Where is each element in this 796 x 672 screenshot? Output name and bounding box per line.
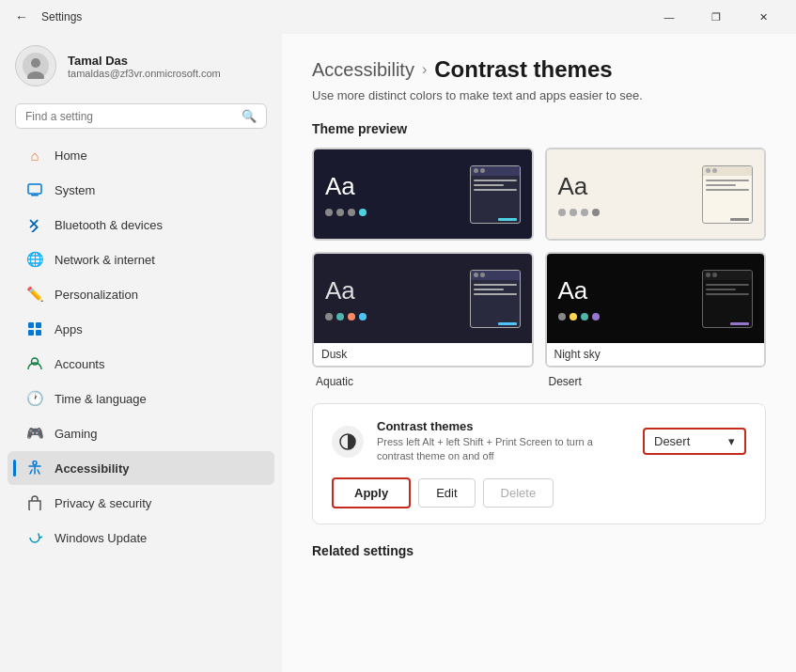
accounts-icon [26, 355, 43, 372]
dot [359, 313, 367, 320]
mock-bottom-dusk [471, 321, 520, 327]
svg-point-1 [31, 58, 40, 68]
sidebar-item-update[interactable]: Windows Update [8, 521, 274, 555]
theme-text-nightsky: Aa [558, 276, 600, 320]
page-header: Accessibility › Contrast themes [312, 56, 766, 83]
theme-card-dusk[interactable]: Aa [312, 252, 534, 367]
sidebar-label-home: Home [55, 148, 87, 163]
sidebar-label-accessibility: Accessibility [55, 461, 130, 476]
sidebar-item-system[interactable]: System [8, 173, 274, 207]
mock-line [706, 180, 749, 181]
edit-button[interactable]: Edit [418, 478, 475, 508]
user-email: tamaldas@zf3vr.onmicrosoft.com [68, 68, 221, 79]
contrast-icon [332, 426, 364, 458]
setting-row: Contrast themes Press left Alt + left Sh… [332, 419, 746, 464]
gaming-icon: 🎮 [26, 425, 43, 442]
sidebar-item-apps[interactable]: Apps [8, 312, 274, 346]
mock-line [706, 284, 749, 286]
user-name: Tamal Das [68, 54, 221, 68]
theme-label-desert: Desert [545, 375, 767, 388]
theme-preview-nightsky: Aa [547, 254, 765, 343]
setting-description: Press left Alt + left Shift + Print Scre… [377, 435, 630, 464]
theme-text-aquatic: Aa [325, 172, 367, 216]
dot [581, 313, 588, 320]
search-box[interactable]: 🔍 [15, 103, 267, 129]
time-icon: 🕐 [26, 390, 43, 407]
dot [348, 313, 355, 320]
sidebar-label-privacy: Privacy & security [55, 496, 151, 510]
theme-dots-dusk [325, 313, 367, 320]
svg-point-10 [33, 461, 37, 465]
sidebar-item-time[interactable]: 🕐 Time & language [8, 382, 274, 415]
theme-card-desert[interactable]: Aa [545, 148, 767, 241]
active-indicator [13, 460, 16, 477]
mock-btn [480, 273, 485, 277]
theme-aa-nightsky: Aa [558, 276, 600, 305]
theme-card-nightsky[interactable]: Aa [545, 252, 767, 367]
mock-line [706, 289, 736, 290]
sidebar-label-personalization: Personalization [55, 288, 138, 302]
page-title: Contrast themes [434, 56, 612, 83]
back-button[interactable]: ← [11, 8, 32, 26]
bluetooth-icon [26, 216, 43, 233]
theme-label-aquatic: Aquatic [312, 375, 534, 388]
sidebar-nav: ⌂ Home System Bluetooth & dev [0, 138, 282, 555]
theme-preview-desert: Aa [547, 149, 765, 239]
sidebar-item-accounts[interactable]: Accounts [8, 347, 274, 381]
personalization-icon: ✏️ [26, 286, 43, 303]
sidebar-label-apps: Apps [55, 322, 83, 336]
svg-rect-7 [28, 330, 34, 336]
sidebar-item-gaming[interactable]: 🎮 Gaming [8, 416, 274, 450]
dot [570, 209, 577, 216]
theme-labels-row: Aquatic Desert [312, 375, 766, 388]
mock-line [706, 189, 749, 191]
setting-text: Contrast themes Press left Alt + left Sh… [377, 419, 630, 464]
titlebar-controls: — ❐ ✕ [648, 3, 785, 31]
theme-dots-desert [558, 209, 600, 216]
theme-aa-aquatic: Aa [325, 172, 367, 201]
sidebar-label-bluetooth: Bluetooth & devices [55, 218, 163, 232]
mock-bottom-nightsky [703, 321, 752, 327]
mock-line [706, 293, 749, 295]
mock-btn [474, 168, 478, 173]
maximize-button[interactable]: ❐ [695, 3, 738, 31]
mock-accent-aquatic [498, 218, 517, 221]
theme-aa-dusk: Aa [325, 276, 367, 305]
theme-preview-dusk: Aa [314, 254, 532, 343]
search-icon: 🔍 [242, 109, 257, 123]
mock-accent-dusk [498, 322, 517, 325]
sidebar-item-personalization[interactable]: ✏️ Personalization [8, 277, 274, 311]
sidebar: Tamal Das tamaldas@zf3vr.onmicrosoft.com… [0, 34, 282, 672]
breadcrumb: Accessibility [312, 59, 414, 81]
close-button[interactable]: ✕ [741, 3, 785, 31]
mock-lines-dusk [471, 280, 520, 299]
svg-rect-6 [36, 322, 41, 328]
theme-card-aquatic[interactable]: Aa [312, 148, 534, 241]
contrast-setting-card: Contrast themes Press left Alt + left Sh… [312, 403, 766, 524]
sidebar-item-accessibility[interactable]: Accessibility [8, 451, 274, 485]
dropdown-value: Desert [654, 434, 690, 448]
theme-text-dusk: Aa [325, 276, 367, 320]
mock-btn [480, 168, 485, 173]
apply-button[interactable]: Apply [332, 477, 411, 508]
setting-actions: Apply Edit Delete [332, 477, 746, 508]
minimize-button[interactable]: — [648, 3, 691, 31]
search-input[interactable] [25, 110, 236, 123]
theme-dots-aquatic [325, 209, 367, 216]
contrast-dropdown[interactable]: Desert ▾ [643, 428, 746, 455]
page-subtitle: Use more distinct colors to make text an… [312, 88, 766, 102]
theme-window-mock-dusk [470, 270, 521, 328]
theme-window-mock-desert [702, 165, 753, 224]
dot [558, 209, 566, 216]
sidebar-item-bluetooth[interactable]: Bluetooth & devices [8, 208, 274, 242]
mock-line [706, 184, 736, 186]
mock-btn [474, 273, 478, 277]
sidebar-item-network[interactable]: 🌐 Network & internet [8, 242, 274, 276]
user-profile: Tamal Das tamaldas@zf3vr.onmicrosoft.com [0, 34, 282, 98]
sidebar-item-home[interactable]: ⌂ Home [8, 138, 274, 172]
user-info: Tamal Das tamaldas@zf3vr.onmicrosoft.com [68, 54, 221, 79]
dot [592, 313, 600, 320]
dot [581, 209, 588, 216]
sidebar-item-privacy[interactable]: Privacy & security [8, 486, 274, 520]
related-settings-title: Related settings [312, 543, 766, 558]
